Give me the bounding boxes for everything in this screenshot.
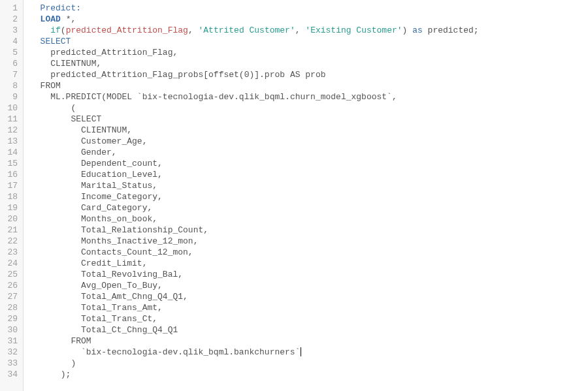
line-number: 24: [0, 258, 18, 269]
line-number: 13: [0, 136, 18, 147]
code-line[interactable]: FROM: [30, 80, 479, 91]
code-line[interactable]: Total_Revolving_Bal,: [30, 269, 479, 280]
code-line[interactable]: SELECT: [30, 114, 479, 125]
line-number: 16: [0, 169, 18, 180]
code-line[interactable]: Avg_Open_To_Buy,: [30, 280, 479, 291]
code-token: Gender,: [81, 148, 117, 157]
code-line[interactable]: (: [30, 102, 479, 114]
code-token: ML.PREDICT(MODEL `bix-tecnologia-dev.qli…: [50, 92, 397, 102]
line-number: 29: [0, 313, 18, 324]
line-number: 22: [0, 236, 18, 247]
line-number: 14: [0, 147, 18, 158]
code-token: Total_Amt_Chng_Q4_Q1,: [81, 292, 188, 302]
code-line[interactable]: Total_Amt_Chng_Q4_Q1,: [30, 291, 479, 302]
line-number: 18: [0, 191, 18, 202]
code-token: LOAD: [41, 14, 61, 24]
code-line[interactable]: CLIENTNUM,: [30, 58, 479, 69]
line-number: 5: [0, 47, 18, 58]
code-token: 'Existing Customer': [305, 25, 402, 35]
code-line[interactable]: LOAD *,: [30, 14, 479, 25]
line-number: 30: [0, 324, 18, 336]
line-number: 15: [0, 158, 18, 169]
line-number: 31: [0, 336, 18, 347]
line-number: 25: [0, 269, 18, 280]
line-number: 8: [0, 80, 18, 91]
code-token: FROM: [71, 336, 91, 346]
line-number: 32: [0, 347, 18, 358]
code-line[interactable]: Customer_Age,: [30, 136, 479, 147]
code-line[interactable]: Contacts_Count_12_mon,: [30, 247, 479, 258]
line-number: 12: [0, 125, 18, 136]
code-line[interactable]: ): [30, 358, 479, 369]
text-cursor: [301, 347, 301, 356]
code-line[interactable]: Months_on_book,: [30, 213, 479, 225]
code-token: Months_Inactive_12_mon,: [81, 236, 198, 246]
code-line[interactable]: ML.PREDICT(MODEL `bix-tecnologia-dev.qli…: [30, 91, 479, 102]
code-line[interactable]: CLIENTNUM,: [30, 125, 479, 136]
line-number: 26: [0, 280, 18, 291]
code-line[interactable]: Total_Trans_Ct,: [30, 313, 479, 324]
code-line[interactable]: Gender,: [30, 147, 479, 158]
code-token: (: [71, 103, 76, 113]
code-line[interactable]: Credit_Limit,: [30, 258, 479, 269]
code-line[interactable]: Predict:: [30, 3, 479, 14]
code-line[interactable]: predicted_Attrition_Flag,: [30, 47, 479, 58]
code-token: ,: [295, 25, 306, 35]
code-line[interactable]: if(predicted_Attrition_Flag, 'Attrited C…: [30, 25, 479, 36]
code-token: predicted_Attrition_Flag_probs[offset(0)…: [50, 70, 325, 80]
code-line[interactable]: Income_Category,: [30, 191, 479, 202]
code-token: Customer_Age,: [81, 136, 147, 146]
line-number: 28: [0, 302, 18, 313]
code-line[interactable]: Education_Level,: [30, 169, 479, 180]
code-line[interactable]: );: [30, 369, 479, 380]
line-number: 27: [0, 291, 18, 302]
code-line[interactable]: Total_Trans_Amt,: [30, 302, 479, 313]
code-token: if: [50, 25, 61, 35]
code-line[interactable]: predicted_Attrition_Flag_probs[offset(0)…: [30, 69, 479, 80]
code-line[interactable]: Total_Relationship_Count,: [30, 225, 479, 236]
code-token: 'Attrited Customer': [198, 25, 295, 35]
line-number-gutter: 1234567891011121314151617181920212223242…: [0, 0, 24, 391]
code-token: SELECT: [71, 114, 101, 124]
code-line[interactable]: FROM: [30, 336, 479, 347]
code-token: Total_Trans_Ct,: [81, 314, 157, 324]
code-line[interactable]: Marital_Status,: [30, 180, 479, 191]
code-token: Marital_Status,: [81, 181, 157, 191]
code-line[interactable]: Months_Inactive_12_mon,: [30, 236, 479, 247]
code-token: Income_Category,: [81, 192, 163, 202]
line-number: 9: [0, 91, 18, 102]
line-number: 1: [0, 3, 18, 14]
line-number: 19: [0, 202, 18, 213]
code-token: Avg_Open_To_Buy,: [81, 281, 163, 290]
code-token: Predict:: [41, 3, 81, 13]
code-line[interactable]: SELECT: [30, 36, 479, 47]
code-token: FROM: [41, 81, 61, 91]
line-number: 7: [0, 69, 18, 80]
code-token: CLIENTNUM,: [81, 125, 132, 135]
code-token: );: [61, 369, 71, 379]
code-token: Months_on_book,: [81, 214, 157, 224]
code-token: ): [402, 25, 413, 35]
code-token: Total_Ct_Chng_Q4_Q1: [81, 325, 178, 335]
code-line[interactable]: `bix-tecnologia-dev.qlik_bqml.bankchurne…: [30, 347, 479, 358]
code-token: ): [71, 358, 76, 368]
code-token: as: [412, 25, 423, 35]
code-editor-area[interactable]: Predict: LOAD *, if(predicted_Attrition_…: [24, 0, 479, 391]
code-line[interactable]: Total_Ct_Chng_Q4_Q1: [30, 324, 479, 336]
code-line[interactable]: Dependent_count,: [30, 158, 479, 169]
code-token: Card_Category,: [81, 203, 152, 213]
code-token: Education_Level,: [81, 170, 163, 180]
code-token: Total_Relationship_Count,: [81, 225, 208, 235]
line-number: 23: [0, 247, 18, 258]
code-token: `bix-tecnologia-dev.qlik_bqml.bankchurne…: [81, 347, 300, 357]
line-number: 11: [0, 114, 18, 125]
line-number: 17: [0, 180, 18, 191]
line-number: 21: [0, 225, 18, 236]
code-token: predicted_Attrition_Flag,: [50, 48, 178, 57]
code-token: Total_Revolving_Bal,: [81, 270, 183, 279]
code-token: predicted;: [423, 25, 479, 35]
code-token: predicted_Attrition_Flag: [66, 25, 188, 35]
line-number: 33: [0, 358, 18, 369]
line-number: 6: [0, 58, 18, 69]
code-line[interactable]: Card_Category,: [30, 202, 479, 213]
